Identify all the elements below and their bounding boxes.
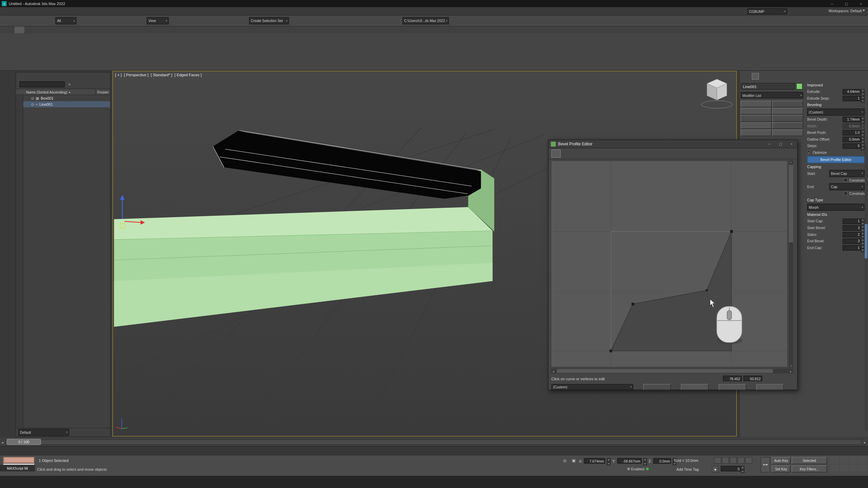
canvas-vscroll-thumb[interactable] (789, 165, 793, 243)
previous-frame-button[interactable] (722, 457, 729, 464)
set-keys-button[interactable]: ⊶ (761, 457, 770, 473)
workspace-selector[interactable]: CGBUMP ▾ (747, 8, 787, 14)
vertex-top-right[interactable] (730, 230, 733, 233)
end-cap-dropdown[interactable]: Cap ▾ (829, 183, 865, 190)
spinner-control[interactable]: ▲▼ (861, 117, 865, 122)
track-bar[interactable] (0, 446, 868, 455)
profile-mode-icon[interactable] (551, 149, 561, 158)
object-color-swatch[interactable] (796, 83, 803, 90)
spinner-control[interactable]: ▲▼ (861, 89, 865, 94)
z-coordinate-field[interactable]: 0.0mm (653, 458, 671, 464)
ok-button[interactable] (756, 384, 784, 390)
go-to-start-button[interactable] (714, 457, 721, 464)
viewport-style-label[interactable]: [ Standard* ] (151, 73, 172, 77)
dialog-minimize-button[interactable]: ─ (764, 140, 775, 148)
vertexpaint-button[interactable] (741, 108, 771, 115)
keyboard-shortcut-override-icon[interactable] (189, 16, 199, 25)
value-field[interactable]: 1.0 (843, 130, 861, 135)
rendered-frame-window-icon[interactable] (379, 16, 389, 25)
hierarchy-tab-icon[interactable] (762, 73, 769, 80)
render-setup-icon[interactable] (369, 16, 379, 25)
render-production-icon[interactable] (389, 16, 399, 25)
row-box001[interactable]: ⊙ ▦ Box001 (23, 95, 110, 101)
ribbon-config-icon[interactable] (61, 27, 68, 33)
cancel-button[interactable] (718, 384, 746, 390)
profile-preset-dropdown[interactable]: (Custom) ▾ (551, 384, 633, 390)
modifier-list-dropdown[interactable]: Modifier List ▾ (741, 92, 803, 99)
display-xrefs-icon[interactable] (16, 156, 23, 163)
render-gallery-icon[interactable] (479, 16, 489, 25)
value-field[interactable]: 0.0mm (843, 136, 861, 142)
project-folder-combo[interactable]: C:\Users\UI...ds Max 2022 ▾ (402, 17, 449, 24)
spinner-control[interactable]: ▲▼ (861, 123, 865, 128)
start-constrain-checkbox[interactable] (844, 178, 847, 182)
line-segment-icon[interactable] (614, 149, 624, 158)
select-object-icon[interactable] (77, 16, 86, 25)
viewport-menu-plus[interactable]: [ + ] (115, 73, 122, 77)
mirror-vertical-icon[interactable] (593, 149, 603, 158)
close-button[interactable]: × (854, 0, 868, 7)
ribbon-tab[interactable] (24, 26, 34, 33)
ffd-4x4x4-button[interactable] (772, 129, 803, 136)
smooth-point-icon[interactable] (646, 149, 655, 158)
window-crossing-icon[interactable] (107, 16, 116, 25)
selection-filter-dropdown[interactable]: All ▾ (55, 17, 76, 24)
vertex-mid-right[interactable] (706, 289, 708, 291)
maximize-viewport-icon[interactable] (859, 464, 867, 471)
bevel-profile-editor-button[interactable]: Bevel Profile Editor (807, 156, 865, 163)
select-and-link-icon[interactable] (22, 16, 32, 25)
display-containers-icon[interactable] (16, 149, 23, 156)
value-field[interactable]: 1 (843, 96, 861, 101)
spinner-control[interactable]: ▲▼ (861, 143, 865, 148)
visibility-eye-icon[interactable]: ⊙ (31, 96, 34, 100)
row-line001[interactable]: ⊙ ≈ Line001 (23, 101, 110, 107)
cloud-render-icon[interactable] (469, 16, 479, 25)
workspaces-selector[interactable]: Workspaces: Default ▾ (829, 8, 865, 13)
modify-tab-icon[interactable] (752, 73, 759, 80)
select-by-name-icon[interactable] (87, 16, 96, 25)
time-back-icon[interactable]: ◂ (0, 439, 5, 445)
viewport-layout-icon[interactable] (450, 16, 459, 25)
value-field[interactable]: 3 (843, 238, 861, 244)
field-of-view-icon[interactable] (830, 464, 839, 471)
select-and-scale-icon[interactable] (137, 16, 146, 25)
value-field[interactable]: 1.74mm (843, 117, 861, 122)
extrude-button[interactable] (772, 122, 803, 129)
time-slider-handle[interactable]: 0 / 100 (7, 439, 41, 445)
save-as-button[interactable] (681, 384, 709, 390)
pan-view-icon[interactable] (840, 464, 849, 471)
dialog-maximize-button[interactable]: ▢ (775, 140, 786, 148)
reference-coordinate-dropdown[interactable]: View ▾ (147, 17, 169, 24)
corner-point-icon[interactable] (635, 149, 645, 158)
ribbon-tab[interactable] (44, 26, 54, 33)
value-field[interactable]: 1 (843, 218, 861, 224)
ffd-3x3x3-button[interactable] (741, 129, 771, 136)
display-lights-icon[interactable] (16, 116, 23, 123)
select-vertex-icon[interactable] (562, 149, 571, 158)
value-field[interactable]: 1 (843, 245, 861, 250)
value-field[interactable]: 5 (843, 143, 861, 148)
redo-icon[interactable] (12, 16, 22, 25)
window-arrange-icon[interactable] (459, 16, 469, 25)
ribbon-tab[interactable] (14, 26, 24, 33)
play-button[interactable] (730, 457, 737, 464)
ribbon-tab[interactable] (4, 26, 14, 33)
edit-poly-button[interactable] (741, 101, 771, 107)
y-spinner[interactable]: ▲▼ (643, 458, 647, 464)
use-pivot-center-icon[interactable] (170, 16, 179, 25)
scroll-right-icon[interactable]: ▸ (788, 368, 793, 373)
scroll-up-icon[interactable]: ▴ (790, 160, 791, 163)
mirror-horizontal-icon[interactable] (583, 149, 592, 158)
material-editor-icon[interactable] (359, 16, 369, 25)
visibility-eye-icon[interactable]: ⊙ (31, 102, 34, 106)
time-slider-track[interactable] (5, 439, 861, 445)
spinner-control[interactable]: ▲▼ (861, 130, 865, 135)
percent-snap-icon[interactable] (219, 16, 229, 25)
zoom-all-icon[interactable] (840, 456, 849, 464)
selected-set-dropdown[interactable]: Selected (792, 457, 827, 464)
key-mode-toggle-icon[interactable]: ◆ (712, 466, 719, 473)
viewport-pov-label[interactable]: [ Perspective ] (124, 73, 149, 77)
schematic-view-icon[interactable] (349, 16, 359, 25)
spinner-control[interactable]: ▲▼ (861, 96, 865, 101)
x-coordinate-field[interactable]: 7.674mm (584, 458, 605, 464)
